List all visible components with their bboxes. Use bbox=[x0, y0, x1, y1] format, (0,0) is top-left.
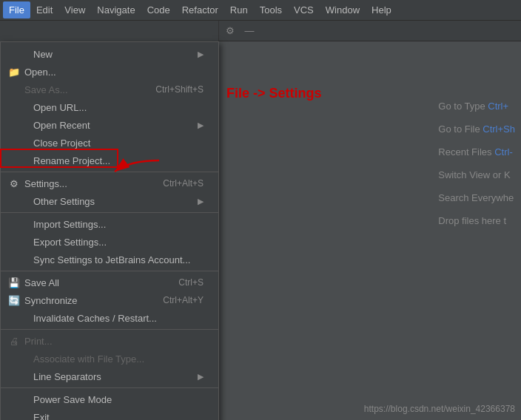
menu-item-open-url[interactable]: Open URL... bbox=[1, 98, 218, 116]
hint-recent-files: Recent Files Ctrl- bbox=[438, 146, 515, 158]
menubar-navigate[interactable]: Navigate bbox=[91, 1, 141, 18]
menubar-tools[interactable]: Tools bbox=[254, 1, 288, 18]
menu-item-exportsettings-label: Export Settings... bbox=[33, 237, 204, 248]
hint-goto-file-key: Ctrl+Sh bbox=[483, 123, 515, 135]
menu-item-print[interactable]: 🖨 Print... bbox=[1, 332, 218, 350]
separator-3 bbox=[1, 271, 218, 271]
menu-item-associate-filetype[interactable]: Associate with File Type... bbox=[1, 350, 218, 368]
menubar-edit[interactable]: Edit bbox=[30, 1, 58, 18]
menu-item-power-save[interactable]: Power Save Mode bbox=[1, 390, 218, 408]
menu-item-close-project[interactable]: Close Project bbox=[1, 134, 218, 152]
toolbar-minimize-btn[interactable]: — bbox=[241, 23, 258, 39]
hint-goto-file: Go to File Ctrl+Sh bbox=[438, 123, 515, 135]
left-panel: tes New ▶ 📁 Open... Save As... Ctrl+Shif… bbox=[0, 21, 219, 420]
hint-list: Go to Type Ctrl+ Go to File Ctrl+Sh Rece… bbox=[438, 101, 521, 226]
hint-drop-files-text: Drop files here t bbox=[438, 215, 506, 226]
hint-goto-type-text: Go to Type bbox=[438, 101, 488, 112]
menu-item-line-separators[interactable]: Line Separators ▶ bbox=[1, 368, 218, 385]
new-arrow-icon: ▶ bbox=[198, 50, 204, 59]
hint-goto-file-text: Go to File bbox=[438, 123, 483, 135]
menu-item-linesep-label: Line Separators bbox=[33, 371, 198, 382]
menu-item-filetype-label: Associate with File Type... bbox=[33, 353, 204, 365]
menu-item-syncsettings-label: Sync Settings to JetBrains Account... bbox=[33, 254, 204, 265]
menu-item-importsettings-label: Import Settings... bbox=[33, 219, 204, 230]
file-dropdown-menu: New ▶ 📁 Open... Save As... Ctrl+Shift+S … bbox=[0, 41, 219, 420]
hint-goto-type: Go to Type Ctrl+ bbox=[438, 101, 515, 112]
menu-item-powersave-label: Power Save Mode bbox=[33, 394, 204, 405]
saveall-shortcut: Ctrl+S bbox=[178, 277, 204, 288]
annotation-text: File -> Settings bbox=[226, 86, 322, 101]
menu-item-invalidate-label: Invalidate Caches / Restart... bbox=[33, 313, 204, 324]
hint-recent-files-text: Recent Files bbox=[438, 146, 494, 158]
menu-item-open[interactable]: 📁 Open... bbox=[1, 63, 218, 81]
right-content: File -> Settings Go to Type Ctrl+ Go to … bbox=[219, 41, 521, 420]
menu-item-open-recent[interactable]: Open Recent ▶ bbox=[1, 116, 218, 134]
separator-5 bbox=[1, 387, 218, 388]
hint-drop-files: Drop files here t bbox=[438, 215, 515, 226]
menubar-window[interactable]: Window bbox=[320, 1, 366, 18]
menu-item-exit-label: Exit bbox=[33, 412, 204, 421]
menu-item-renameproject-label: Rename Project... bbox=[33, 155, 204, 166]
url-bar: https://blog.csdn.net/weixin_42366378 bbox=[364, 404, 515, 414]
menu-item-othersettings-label: Other Settings bbox=[33, 196, 198, 207]
menubar-view[interactable]: View bbox=[58, 1, 91, 18]
menubar-file[interactable]: File bbox=[3, 1, 30, 18]
hint-goto-type-key: Ctrl+ bbox=[488, 101, 508, 112]
linesep-arrow-icon: ▶ bbox=[198, 372, 204, 382]
menu-item-synchronize[interactable]: 🔄 Synchronize Ctrl+Alt+Y bbox=[1, 291, 218, 309]
menu-item-openrecent-label: Open Recent bbox=[33, 120, 198, 131]
separator-4 bbox=[1, 329, 218, 330]
menubar-vcs[interactable]: VCS bbox=[288, 1, 320, 18]
menu-item-openurl-label: Open URL... bbox=[33, 102, 204, 113]
synchronize-shortcut: Ctrl+Alt+Y bbox=[163, 295, 204, 305]
menu-item-settings[interactable]: ⚙ Settings... Ctrl+Alt+S bbox=[1, 175, 218, 192]
menu-item-sync-settings[interactable]: Sync Settings to JetBrains Account... bbox=[1, 251, 218, 268]
separator-2 bbox=[1, 212, 218, 213]
menu-item-synchronize-label: Synchronize bbox=[24, 295, 148, 306]
menubar-refactor[interactable]: Refactor bbox=[176, 1, 224, 18]
menu-item-closeproject-label: Close Project bbox=[33, 138, 204, 149]
openrecent-arrow-icon: ▶ bbox=[198, 121, 204, 130]
right-toolbar: ⚙ — bbox=[219, 21, 521, 41]
menu-item-open-label: Open... bbox=[24, 67, 204, 78]
toolbar-settings-btn[interactable]: ⚙ bbox=[222, 23, 238, 39]
menubar: File Edit View Navigate Code Refactor Ru… bbox=[0, 0, 521, 21]
menu-item-export-settings[interactable]: Export Settings... bbox=[1, 233, 218, 251]
menu-item-saveas-label: Save As... bbox=[24, 84, 141, 95]
menubar-help[interactable]: Help bbox=[366, 1, 397, 18]
hint-search-everywhere-text: Search Everywhe bbox=[438, 192, 514, 203]
menu-item-rename-project[interactable]: Rename Project... bbox=[1, 152, 218, 169]
hint-switch-view-text: Switch View or K bbox=[438, 169, 510, 180]
saveas-shortcut: Ctrl+Shift+S bbox=[155, 84, 204, 95]
menu-item-other-settings[interactable]: Other Settings ▶ bbox=[1, 192, 218, 210]
menu-item-save-all[interactable]: 💾 Save All Ctrl+S bbox=[1, 274, 218, 291]
menu-item-save-as[interactable]: Save As... Ctrl+Shift+S bbox=[1, 81, 218, 98]
menu-item-import-settings[interactable]: Import Settings... bbox=[1, 215, 218, 233]
menubar-run[interactable]: Run bbox=[224, 1, 254, 18]
main-content: tes New ▶ 📁 Open... Save As... Ctrl+Shif… bbox=[0, 21, 521, 420]
saveall-icon: 💾 bbox=[7, 277, 21, 288]
hint-search-everywhere: Search Everywhe bbox=[438, 192, 515, 203]
menubar-code[interactable]: Code bbox=[141, 1, 176, 18]
right-panel: ⚙ — File -> Settings Go to Type Ctrl+ Go… bbox=[219, 21, 521, 420]
menu-item-saveall-label: Save All bbox=[24, 277, 164, 288]
menu-item-new[interactable]: New ▶ bbox=[1, 45, 218, 63]
print-icon: 🖨 bbox=[7, 336, 21, 347]
synchronize-icon: 🔄 bbox=[7, 295, 21, 306]
separator-1 bbox=[1, 172, 218, 172]
menu-item-exit[interactable]: Exit bbox=[1, 408, 218, 420]
folder-icon: 📁 bbox=[7, 67, 21, 78]
hint-switch-view: Switch View or K bbox=[438, 169, 515, 180]
gear-icon: ⚙ bbox=[7, 178, 21, 189]
settings-shortcut: Ctrl+Alt+S bbox=[163, 178, 204, 189]
menu-item-settings-label: Settings... bbox=[24, 178, 148, 189]
menu-item-invalidate-caches[interactable]: Invalidate Caches / Restart... bbox=[1, 309, 218, 327]
menu-item-new-label: New bbox=[33, 49, 198, 60]
othersettings-arrow-icon: ▶ bbox=[198, 197, 204, 206]
menu-item-print-label: Print... bbox=[24, 336, 204, 347]
hint-recent-files-key: Ctrl- bbox=[494, 146, 513, 158]
